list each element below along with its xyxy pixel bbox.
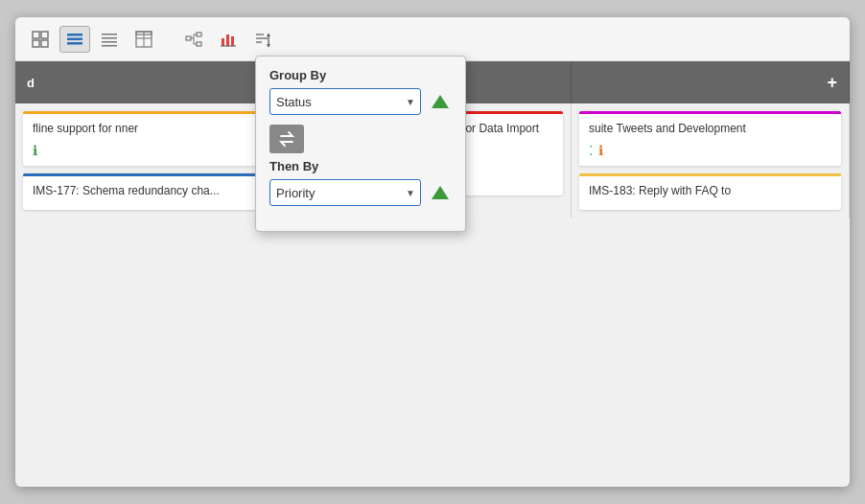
list-view-icon[interactable]: [59, 26, 90, 53]
svg-rect-24: [231, 36, 234, 46]
card-3-title: suite Tweets and Development: [589, 122, 831, 137]
swap-icon: [278, 130, 295, 148]
then-by-up-button[interactable]: [429, 181, 452, 204]
grid-view-icon[interactable]: [25, 26, 56, 53]
then-by-label: Then By: [269, 159, 452, 173]
svg-rect-16: [197, 33, 201, 36]
sort-icon[interactable]: [247, 26, 278, 53]
kanban-col-3: suite Tweets and Development ⁚ ℹ IMS-183…: [572, 103, 850, 218]
group-by-row: Status Priority Assignee Type ▼: [269, 88, 452, 115]
card-1-info-icon: ℹ: [33, 143, 37, 158]
svg-rect-22: [222, 38, 224, 46]
group-by-up-button[interactable]: [429, 90, 452, 113]
card-5[interactable]: IMS-183: Reply with FAQ to: [579, 173, 841, 211]
toolbar: Group By Status Priority Assignee Type ▼: [15, 17, 850, 61]
app-window: Group By Status Priority Assignee Type ▼: [15, 17, 850, 487]
svg-rect-1: [41, 32, 48, 38]
group-by-label: Group By: [269, 68, 452, 82]
card-3-footer: ⁚ ℹ: [589, 143, 831, 158]
detail-view-icon[interactable]: [94, 26, 125, 53]
group-by-popup: Group By Status Priority Assignee Type ▼: [255, 56, 466, 232]
svg-rect-7: [102, 34, 117, 35]
svg-rect-23: [226, 34, 229, 46]
col-add-3-button[interactable]: +: [827, 74, 837, 91]
swap-button[interactable]: [269, 125, 304, 153]
svg-rect-10: [102, 45, 117, 47]
col-header-1: d +: [15, 61, 293, 103]
then-by-select-wrapper[interactable]: Priority Status Assignee Type ▼: [269, 179, 421, 206]
svg-rect-0: [33, 32, 39, 38]
card-3-info-icon: ℹ: [598, 143, 603, 158]
then-by-row: Priority Status Assignee Type ▼: [269, 179, 452, 206]
card-3-dots-icon: ⁚: [589, 143, 593, 158]
svg-rect-3: [41, 40, 48, 47]
card-1[interactable]: fline support for nner ℹ: [23, 111, 285, 166]
card-3[interactable]: suite Tweets and Development ⁚ ℹ: [579, 111, 841, 166]
card-4[interactable]: IMS-177: Schema redundancy cha...: [23, 173, 285, 211]
col-header-3: +: [572, 61, 850, 103]
svg-rect-6: [67, 42, 82, 45]
group-by-select-wrapper[interactable]: Status Priority Assignee Type ▼: [269, 88, 421, 115]
svg-rect-4: [67, 34, 82, 36]
card-1-title: fline support for nner: [33, 122, 275, 137]
bar-chart-icon[interactable]: [213, 26, 244, 53]
then-by-select[interactable]: Priority Status Assignee Type: [269, 179, 421, 206]
table-view-icon[interactable]: [129, 26, 159, 53]
card-4-title: IMS-177: Schema redundancy cha...: [33, 184, 275, 199]
card-1-footer: ℹ: [33, 143, 275, 158]
group-by-up-arrow-icon: [432, 95, 449, 108]
then-by-up-arrow-icon: [432, 186, 449, 199]
hierarchy-icon[interactable]: [178, 26, 209, 53]
kanban-col-1: fline support for nner ℹ IMS-177: Schema…: [15, 103, 293, 218]
svg-rect-15: [186, 36, 191, 40]
svg-rect-9: [102, 41, 117, 43]
col-header-1-label: d: [27, 76, 35, 90]
card-5-title: IMS-183: Reply with FAQ to: [589, 184, 831, 199]
group-by-select[interactable]: Status Priority Assignee Type: [269, 88, 421, 115]
svg-rect-5: [67, 37, 82, 40]
svg-rect-8: [102, 37, 117, 39]
svg-rect-2: [33, 40, 39, 47]
svg-rect-17: [197, 42, 201, 46]
